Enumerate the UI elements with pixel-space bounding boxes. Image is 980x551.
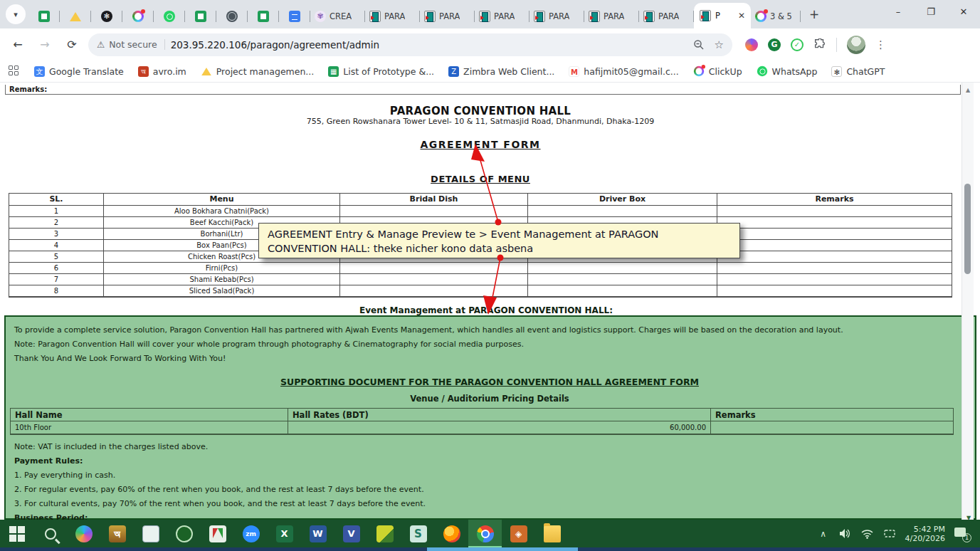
bookmark-whatsapp[interactable]: WhatsApp bbox=[751, 63, 823, 79]
minimize-button[interactable]: – bbox=[882, 0, 915, 23]
pinned-tab-clickup[interactable] bbox=[122, 4, 154, 28]
taskbar-copilot[interactable] bbox=[67, 520, 100, 547]
taskbar-s-app[interactable]: S bbox=[401, 520, 435, 547]
header-bridal-dish: Bridal Dish bbox=[340, 194, 528, 206]
gradient-circle-icon[interactable] bbox=[745, 38, 758, 51]
header-hall-rates: Hall Rates (BDT) bbox=[288, 409, 711, 421]
scrollbar-down-arrow[interactable]: ▼ bbox=[966, 515, 971, 520]
chatgpt-icon: ✻ bbox=[101, 11, 112, 22]
taskbar-clock[interactable]: 5:42 PM 4/20/2026 bbox=[905, 525, 945, 543]
browser-menu-icon[interactable]: ⋮ bbox=[875, 38, 886, 51]
taskbar-visio[interactable]: V bbox=[334, 520, 368, 547]
taskbar-firefox[interactable] bbox=[435, 520, 468, 547]
payment-rules-label: Payment Rules: bbox=[14, 456, 83, 466]
puzzle-icon[interactable] bbox=[813, 38, 826, 51]
address-bar[interactable]: ⚠ Not secure 203.95.220.106/paragon/agre… bbox=[88, 33, 732, 56]
taskbar-search[interactable] bbox=[33, 520, 67, 547]
taskbar-bottom-strip bbox=[0, 547, 980, 551]
pinned-tab-chatgpt[interactable]: ✻ bbox=[91, 4, 122, 28]
pinned-tab-sheets-1[interactable] bbox=[28, 4, 60, 28]
taskbar-notepad[interactable] bbox=[134, 520, 167, 547]
tab-paragon-3[interactable]: PARA bbox=[475, 4, 529, 28]
tab-paragon-4[interactable]: PARA bbox=[529, 4, 584, 28]
system-tray: ∧ 5:42 PM 4/20/2026 1 bbox=[817, 525, 980, 543]
bookmark-gmail[interactable]: M hafijmit05@gmail.c... bbox=[563, 64, 684, 79]
maximize-button[interactable]: ❐ bbox=[915, 0, 947, 23]
tray-chevron-up-icon[interactable]: ∧ bbox=[817, 528, 830, 540]
scrollbar-up-arrow[interactable]: ▲ bbox=[964, 87, 971, 93]
desktop-screen: ▾ ✻ ✾ CREA PARA PARA PARA PARA bbox=[0, 0, 980, 551]
profile-avatar[interactable] bbox=[847, 36, 865, 54]
taskbar-file-explorer[interactable] bbox=[535, 520, 569, 547]
pinned-tab-sheets-2[interactable] bbox=[185, 4, 216, 28]
cast-display-icon[interactable] bbox=[883, 528, 896, 540]
bookmark-zimbra[interactable]: Z Zimbra Web Client... bbox=[443, 64, 560, 79]
tab-3-and-5[interactable]: 3 & 5 bbox=[751, 4, 801, 28]
zoom-icon[interactable] bbox=[693, 39, 705, 51]
tab-search-button[interactable]: ▾ bbox=[6, 4, 26, 24]
pinned-tab-whatsapp[interactable] bbox=[154, 4, 185, 28]
bookmark-star-icon[interactable]: ☆ bbox=[715, 38, 724, 51]
payment-rule: 3. For cultural events, pay 70% of the r… bbox=[14, 499, 426, 508]
taskbar-zoom[interactable]: zm bbox=[234, 520, 268, 547]
notification-center-button[interactable]: 1 bbox=[954, 528, 970, 540]
wifi-icon[interactable] bbox=[861, 528, 874, 540]
bookmark-project-management[interactable]: Project managemen... bbox=[195, 64, 320, 79]
cell-menu: Sliced Salad(Pack) bbox=[104, 285, 340, 297]
tab-paragon-5[interactable]: PARA bbox=[584, 4, 639, 28]
apps-grid-icon[interactable] bbox=[9, 65, 19, 77]
cell-driver bbox=[528, 206, 717, 217]
taskbar-triangle-app[interactable] bbox=[201, 520, 234, 547]
grammarly-icon[interactable]: G bbox=[768, 38, 781, 51]
pricing-details-heading: Venue / Auditorium Pricing Details bbox=[6, 394, 974, 404]
pinned-tab-globe[interactable] bbox=[216, 4, 248, 28]
zimbra-icon: Z bbox=[448, 66, 459, 77]
close-tab-icon[interactable]: ✕ bbox=[738, 11, 745, 21]
start-button[interactable] bbox=[0, 520, 33, 547]
flower-icon: ✾ bbox=[315, 11, 326, 22]
security-chip[interactable]: ⚠ Not secure bbox=[97, 39, 165, 50]
sheets-icon bbox=[258, 11, 269, 22]
taskbar-chrome-active[interactable] bbox=[468, 520, 502, 547]
scrollbar-thumb[interactable] bbox=[964, 184, 971, 274]
browser-toolbar: ← → ⟳ ⚠ Not secure 203.95.220.106/parago… bbox=[0, 28, 980, 61]
taskbar-word[interactable]: W bbox=[301, 520, 334, 547]
vat-note: Note: VAT is included in the charges lis… bbox=[14, 442, 208, 451]
bookmark-label: List of Prototype &... bbox=[343, 66, 434, 77]
tab-paragon-1[interactable]: PARA bbox=[365, 4, 420, 28]
bookmark-avro[interactable]: অ avro.im bbox=[132, 64, 192, 79]
pinned-tab-sheets-3[interactable] bbox=[248, 4, 279, 28]
tab-label: PARA bbox=[439, 11, 460, 21]
agreement-form-heading: AGREEMENT FORM bbox=[0, 139, 961, 150]
tab-paragon-6[interactable]: PARA bbox=[639, 4, 694, 28]
scrollbar-track[interactable] bbox=[961, 83, 974, 520]
cell-remarks bbox=[717, 263, 952, 274]
leaf-check-icon[interactable]: ✓ bbox=[791, 38, 804, 51]
forward-button[interactable]: → bbox=[34, 34, 56, 56]
taskbar-orange-app[interactable]: ◈ bbox=[502, 520, 535, 547]
whatsapp-icon bbox=[757, 66, 766, 76]
pinned-tab-docs[interactable] bbox=[279, 4, 310, 28]
cell-sl: 7 bbox=[9, 274, 104, 285]
copilot-icon bbox=[75, 525, 93, 542]
pinned-tab-drive[interactable] bbox=[60, 4, 91, 28]
tab-creative[interactable]: ✾ CREA bbox=[310, 4, 365, 28]
header-sl: SL. bbox=[9, 194, 104, 206]
bookmark-google-translate[interactable]: 文 Google Translate bbox=[28, 64, 130, 79]
speaker-icon[interactable] bbox=[839, 528, 852, 540]
tab-active-paragon[interactable]: P ✕ bbox=[694, 3, 751, 28]
bookmark-list-of-prototype[interactable]: ▦ List of Prototype &... bbox=[322, 64, 440, 79]
reload-button[interactable]: ⟳ bbox=[61, 34, 83, 56]
new-tab-button[interactable]: + bbox=[805, 5, 823, 23]
tab-paragon-2[interactable]: PARA bbox=[420, 4, 475, 28]
taskbar-whatsapp[interactable] bbox=[167, 520, 201, 547]
bookmark-chatgpt[interactable]: ✻ ChatGPT bbox=[826, 64, 890, 79]
back-button[interactable]: ← bbox=[7, 34, 28, 56]
taskbar-excel[interactable]: X bbox=[268, 520, 301, 547]
taskbar-avro[interactable]: অ bbox=[100, 520, 134, 547]
cell-driver bbox=[528, 263, 717, 274]
taskbar-yellow-app[interactable] bbox=[368, 520, 401, 547]
bookmark-clickup[interactable]: ClickUp bbox=[687, 63, 748, 79]
tab-label: CREA bbox=[330, 11, 352, 21]
close-window-button[interactable]: ✕ bbox=[947, 0, 980, 23]
